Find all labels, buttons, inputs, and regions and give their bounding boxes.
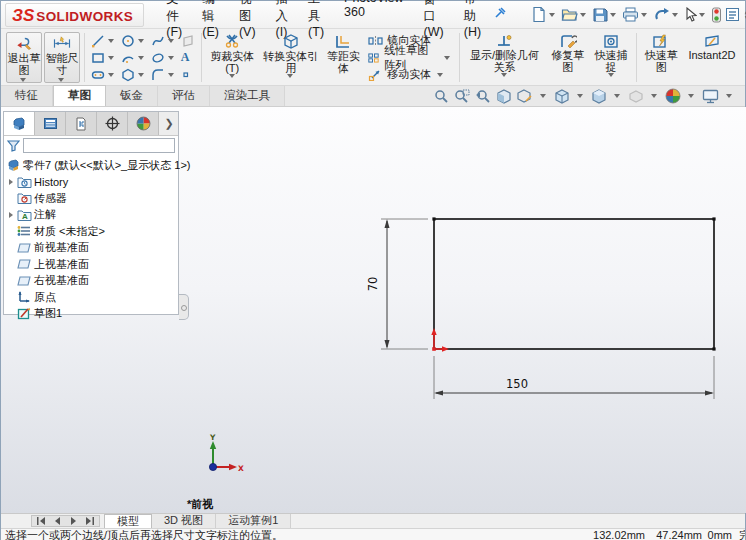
instant2d-button[interactable]: Instant2D	[683, 31, 741, 84]
view-orientation-caret[interactable]	[577, 94, 583, 98]
undo-button[interactable]	[652, 5, 682, 24]
trim-entities-button[interactable]: 剪裁实体(T)	[205, 31, 260, 84]
display-manager-tab[interactable]	[128, 112, 159, 135]
circle-tool-caret[interactable]	[138, 39, 144, 43]
vertex-bottom-right[interactable]	[712, 347, 715, 350]
exit-sketch-button[interactable]: 退出草图	[6, 32, 42, 83]
motion-study-tab[interactable]: 运动算例1	[216, 514, 291, 528]
select-button[interactable]	[683, 5, 709, 24]
annotation-view-icon[interactable]	[517, 89, 533, 104]
point-tool[interactable]	[180, 66, 196, 83]
display-style-caret[interactable]	[614, 94, 620, 98]
polygon-tool-caret[interactable]	[138, 73, 144, 77]
line-tool-caret[interactable]	[108, 39, 114, 43]
graphics-area[interactable]: 70 150	[1, 107, 746, 513]
display-style-icon[interactable]	[591, 89, 607, 104]
polygon-tool[interactable]	[120, 66, 148, 83]
pin-menu-icon[interactable]	[493, 7, 506, 23]
fillet-tool[interactable]	[150, 66, 178, 83]
section-view-icon[interactable]	[496, 89, 512, 104]
save-caret[interactable]	[610, 13, 616, 17]
file-properties-button[interactable]	[724, 5, 741, 24]
spline-tool[interactable]	[150, 32, 178, 49]
tree-item-history[interactable]: History	[6, 174, 178, 191]
tab-render-tools[interactable]: 渲染工具	[210, 86, 285, 106]
tree-root-part[interactable]: 零件7 (默认<<默认>_显示状态 1>)	[6, 157, 178, 174]
last-tab-button[interactable]	[82, 516, 97, 527]
undo-caret[interactable]	[672, 13, 678, 17]
feature-manager-tab[interactable]	[4, 112, 35, 135]
edit-appearance-caret[interactable]	[688, 94, 694, 98]
display-delete-relations-caret[interactable]	[501, 73, 507, 77]
dimension-70[interactable]: 70	[366, 219, 390, 349]
quick-snaps-caret[interactable]	[608, 73, 614, 77]
circle-tool[interactable]	[120, 32, 148, 49]
tab-features[interactable]: 特征	[1, 86, 53, 106]
tree-item-front-plane[interactable]: 前视基准面	[6, 240, 178, 257]
open-caret[interactable]	[580, 13, 586, 17]
open-button[interactable]	[560, 5, 590, 24]
new-document-button[interactable]	[530, 4, 559, 25]
tree-item-annotations[interactable]: A 注解	[6, 207, 178, 224]
linear-pattern-caret[interactable]	[444, 56, 450, 60]
print-button[interactable]	[621, 5, 651, 24]
repair-sketch-button[interactable]: 修复草图	[546, 31, 589, 84]
plane-tool[interactable]	[180, 32, 196, 49]
hide-show-items-icon[interactable]	[628, 89, 644, 104]
arc-tool-caret[interactable]	[138, 56, 144, 60]
smart-dimension-button[interactable]: 智能尺寸	[44, 32, 80, 83]
tab-sketch[interactable]: 草图	[53, 85, 106, 106]
new-document-caret[interactable]	[549, 13, 555, 17]
tab-sheet-metal[interactable]: 钣金	[106, 86, 158, 106]
zoom-to-area-icon[interactable]	[454, 89, 470, 104]
smart-dimension-caret[interactable]	[58, 78, 64, 82]
vertex-top-left[interactable]	[432, 217, 435, 220]
view-settings-icon[interactable]	[702, 89, 719, 104]
spline-tool-caret[interactable]	[168, 39, 174, 43]
move-entities-button[interactable]: 移动实体	[368, 67, 453, 83]
view-settings-caret[interactable]	[726, 94, 732, 98]
select-caret[interactable]	[699, 13, 705, 17]
tree-filter-input[interactable]	[23, 138, 175, 153]
ellipse-tool[interactable]	[150, 49, 178, 66]
expander-icon[interactable]	[6, 212, 16, 218]
save-button[interactable]	[591, 5, 620, 25]
arc-tool[interactable]	[120, 49, 148, 66]
tree-item-top-plane[interactable]: 上视基准面	[6, 256, 178, 273]
annotation-view-caret[interactable]	[540, 94, 546, 98]
tab-evaluate[interactable]: 评估	[158, 86, 210, 106]
ellipse-tool-caret[interactable]	[168, 56, 174, 60]
vertex-top-right[interactable]	[712, 217, 715, 220]
panel-splitter-handle[interactable]	[179, 294, 189, 320]
options-gear-button[interactable]	[742, 5, 746, 25]
first-tab-button[interactable]	[34, 516, 49, 527]
offset-entities-button[interactable]: 等距实体	[322, 31, 365, 84]
convert-entities-caret[interactable]	[287, 74, 293, 78]
edit-appearance-icon[interactable]	[665, 88, 681, 104]
dimension-150[interactable]: 150	[434, 377, 714, 396]
display-delete-relations-button[interactable]: 显示/删除几何关系	[463, 31, 546, 84]
tree-item-right-plane[interactable]: 右视基准面	[6, 273, 178, 290]
configuration-manager-tab[interactable]	[66, 112, 97, 135]
tree-item-sketch1[interactable]: 草图1	[6, 306, 178, 323]
exit-sketch-caret[interactable]	[20, 78, 26, 82]
rapid-sketch-button[interactable]: 快速草图	[640, 31, 683, 84]
linear-pattern-button[interactable]: 线性草图阵列	[368, 50, 453, 66]
quick-snaps-button[interactable]: 快速捕捉	[589, 31, 632, 84]
property-manager-tab[interactable]	[35, 112, 66, 135]
panel-flyout-arrow[interactable]: ❯	[160, 112, 178, 135]
tree-item-material[interactable]: 材质 <未指定>	[6, 223, 178, 240]
sketch-origin[interactable]	[431, 328, 449, 352]
model-tab[interactable]: 模型	[104, 514, 152, 528]
view-orientation-icon[interactable]	[554, 89, 570, 104]
next-tab-button[interactable]	[66, 516, 81, 527]
rectangle-tool[interactable]	[90, 49, 118, 66]
convert-entities-button[interactable]: 转换实体引用	[260, 31, 322, 84]
rebuild-button[interactable]	[710, 5, 723, 25]
hide-show-items-caret[interactable]	[651, 94, 657, 98]
zoom-to-fit-icon[interactable]	[434, 89, 449, 104]
line-tool[interactable]	[90, 32, 118, 49]
text-tool[interactable]: A	[180, 49, 196, 66]
tree-item-origin[interactable]: 原点	[6, 289, 178, 306]
slot-tool-caret[interactable]	[108, 73, 114, 77]
